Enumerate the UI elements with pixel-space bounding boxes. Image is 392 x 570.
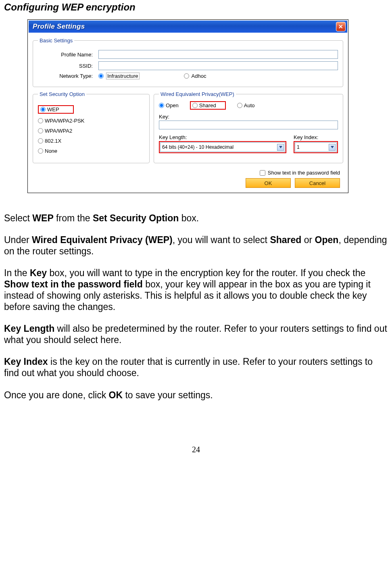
section-heading: Configuring WEP encryption [4, 2, 388, 13]
key-length-value: 64 bits (40+24) - 10 Hexadecimal [162, 144, 234, 150]
show-text-label: Show text in the password field [268, 170, 340, 176]
wep-option-highlight: WEP [38, 105, 74, 114]
security-option-group: Set Security Option WEP WPA/WPA2-PSK [33, 91, 150, 163]
wep-shared-highlight: Shared [190, 101, 226, 110]
cancel-button[interactable]: Cancel [295, 178, 340, 188]
svg-marker-1 [331, 146, 334, 148]
wep-auto-label: Auto [244, 102, 255, 108]
profile-settings-window: Profile Settings ✕ Basic Settings Profil… [29, 21, 347, 192]
ssid-input[interactable] [98, 61, 338, 70]
security-wpapsk-label: WPA/WPA2-PSK [45, 118, 84, 124]
profile-name-label: Profile Name: [38, 52, 98, 58]
key-index-value: 1 [297, 144, 300, 150]
security-wpapsk-radio[interactable] [38, 118, 43, 123]
close-button[interactable]: ✕ [336, 22, 346, 31]
ok-button-label: OK [265, 180, 272, 186]
wep-open-radio[interactable] [159, 103, 164, 108]
page-number: 24 [4, 445, 388, 454]
key-index-select[interactable]: 1 [295, 142, 337, 152]
wep-open-label: Open [166, 102, 179, 108]
security-8021x-label: 802.1X [45, 138, 61, 144]
titlebar: Profile Settings ✕ [29, 21, 347, 33]
close-icon: ✕ [338, 23, 343, 30]
network-type-infra-label: Infrastructure [106, 73, 140, 79]
network-type-label: Network Type: [38, 73, 98, 79]
security-none-label: None [45, 148, 57, 154]
wep-key-label: Key: [159, 114, 338, 120]
ok-button[interactable]: OK [246, 178, 291, 188]
wep-shared-label: Shared [199, 102, 216, 108]
network-type-infra-radio[interactable] [98, 73, 104, 79]
svg-marker-0 [279, 146, 282, 148]
screenshot-figure: Profile Settings ✕ Basic Settings Profil… [27, 19, 348, 193]
chevron-down-icon [277, 144, 284, 151]
wep-auto-radio[interactable] [237, 103, 242, 108]
key-index-highlight: 1 [294, 141, 338, 153]
window-title: Profile Settings [33, 23, 85, 31]
security-wep-label: WEP [47, 106, 59, 112]
wep-key-input[interactable] [159, 121, 338, 129]
window-body: Basic Settings Profile Name: SSID: Netwo… [29, 33, 347, 192]
security-none-radio[interactable] [38, 148, 43, 154]
security-8021x-radio[interactable] [38, 138, 43, 144]
key-index-label: Key Index: [294, 134, 338, 140]
security-wpa-radio[interactable] [38, 128, 43, 133]
instruction-text: Select WEP from the Set Security Option … [4, 212, 388, 401]
key-length-highlight: 64 bits (40+24) - 10 Hexadecimal [159, 141, 286, 153]
basic-settings-group: Basic Settings Profile Name: SSID: Netwo… [33, 37, 343, 87]
profile-name-input[interactable] [98, 50, 338, 59]
show-text-checkbox[interactable] [260, 170, 265, 176]
network-type-adhoc-label: Adhoc [192, 73, 206, 79]
security-wpa-label: WPA/WPA2 [45, 128, 72, 134]
key-length-label: Key Length: [159, 134, 286, 140]
wep-group: Wired Equivalent Privacy(WEP) Open Share… [154, 91, 343, 163]
cancel-button-label: Cancel [309, 180, 325, 186]
wep-legend: Wired Equivalent Privacy(WEP) [159, 91, 236, 97]
ssid-label: SSID: [38, 63, 98, 69]
chevron-down-icon [329, 144, 336, 151]
wep-shared-radio[interactable] [192, 103, 198, 108]
key-length-select[interactable]: 64 bits (40+24) - 10 Hexadecimal [160, 142, 285, 152]
security-wep-radio[interactable] [40, 107, 46, 112]
basic-settings-legend: Basic Settings [38, 37, 74, 44]
network-type-adhoc-radio[interactable] [184, 73, 189, 79]
security-option-legend: Set Security Option [38, 91, 86, 97]
